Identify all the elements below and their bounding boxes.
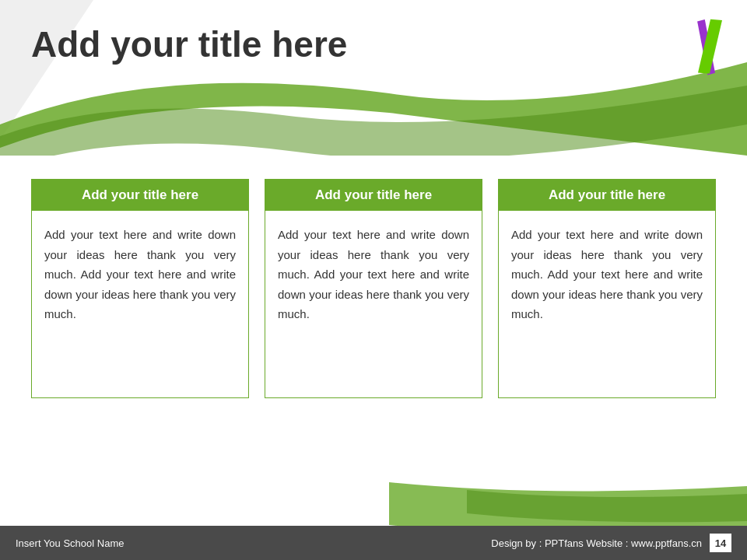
credit-text: Design by : PPTfans Website : www.pptfan… [491,537,702,549]
card-3-body: Add your text here and write down your i… [499,211,715,397]
page-title: Add your title here [31,23,347,66]
card-3-header: Add your title here [499,180,715,211]
page-number: 14 [710,534,731,552]
logo [669,16,731,78]
footer-right: Design by : PPTfans Website : www.pptfan… [491,534,731,552]
card-1: Add your title here Add your text here a… [31,179,249,398]
card-2: Add your title here Add your text here a… [265,179,482,398]
cards-area: Add your title here Add your text here a… [31,179,716,398]
card-1-body: Add your text here and write down your i… [32,211,248,397]
card-2-body: Add your text here and write down your i… [265,211,482,397]
card-2-header: Add your title here [265,180,482,211]
footer: Insert You School Name Design by : PPTfa… [0,526,747,560]
school-name: Insert You School Name [16,537,124,549]
slide: Add your title here Add your title here … [0,0,747,560]
card-1-header: Add your title here [32,180,248,211]
card-3: Add your title here Add your text here a… [498,179,716,398]
svg-marker-0 [0,0,93,140]
